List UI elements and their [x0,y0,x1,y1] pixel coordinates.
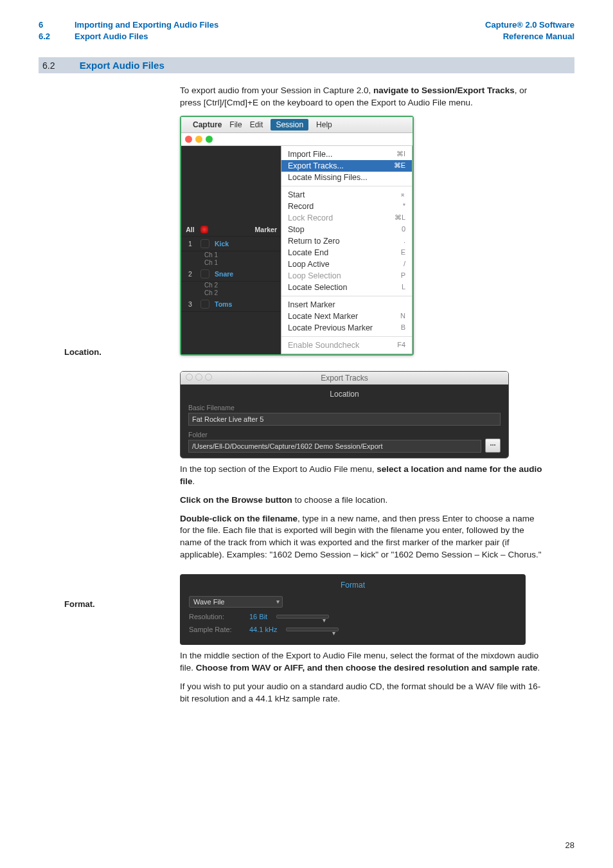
section-number: 6.2 [39,31,75,42]
track-channel: Ch 1 [204,251,281,259]
track-channel: Ch 2 [204,289,281,297]
menu-item[interactable]: Locate Next MarkerN [281,311,412,322]
basic-filename-input[interactable]: Fat Rocker Live after 5 [188,413,501,426]
section-heading-bar: 6.2 Export Audio Files [39,57,574,73]
track-channel: Ch 1 [204,259,281,267]
page-header: 6 6.2 Importing and Exporting Audio File… [39,19,574,42]
basic-filename-label: Basic Filename [188,404,501,411]
side-label-location: Location. [64,347,102,357]
track-row[interactable]: 2 Snare [181,267,281,282]
chapter-title: Importing and Exporting Audio Files [75,19,218,31]
menu-item[interactable]: Import File...⌘I [281,149,412,160]
menu-item[interactable]: Return to Zero. [281,235,412,247]
record-arm-icon[interactable] [200,226,208,233]
section-title-header: Export Audio Files [75,31,218,42]
menu-item: Lock Record⌘L [281,212,412,224]
menu-item[interactable]: Locate Previous MarkerB [281,322,412,334]
close-icon[interactable] [185,136,192,143]
resolution-label: Resolution: [189,613,240,620]
track-number: 1 [185,240,195,248]
track-number: 2 [185,270,195,278]
format-paragraph-2: If you wish to put your audio on a stand… [180,681,546,705]
track-row[interactable]: 1 Kick [181,237,281,251]
track-channel: Ch 2 [204,282,281,289]
menu-item: Enable SoundcheckF4 [281,339,412,351]
track-name: Snare [215,270,233,278]
mac-menu-bar: Capture File Edit Session Help [181,117,413,133]
folder-label: Folder [188,431,501,439]
track-list-panel: All Marker 1 Kick Ch 1 [181,146,281,354]
resolution-select[interactable] [276,615,329,619]
track-name: Toms [215,300,232,308]
track-all-label: All [185,226,195,233]
record-arm-icon[interactable] [200,300,209,309]
sample-rate-select[interactable] [286,628,339,631]
record-arm-icon[interactable] [200,239,209,248]
marker-label: Marker [255,226,277,233]
panel-heading-location: Location [188,390,501,399]
intro-text: To export audio from your Session in Cap… [180,86,373,95]
chapter-number: 6 [39,19,75,31]
section-heading-number: 6.2 [42,60,77,71]
product-title: Capture® 2.0 Software [485,19,574,31]
intro-paragraph: To export audio from your Session in Cap… [180,85,546,109]
minimize-icon[interactable] [195,136,202,143]
doc-type: Reference Manual [485,31,574,42]
export-location-panel: Export Tracks Location Basic Filename Fa… [180,371,509,458]
menu-item[interactable]: Locate SelectionL [281,282,412,293]
track-row-all[interactable]: All Marker [181,223,281,237]
menu-item[interactable]: Loop Active/ [281,258,412,270]
location-paragraph-3: Double-click on the filename, type in a … [180,513,546,562]
menu-item[interactable]: Locate EndE [281,247,412,258]
header-left: 6 6.2 Importing and Exporting Audio File… [39,19,218,42]
sample-rate-label: Sample Rate: [189,626,240,633]
track-name: Kick [215,240,229,248]
location-paragraph-1: In the top section of the Export to Audi… [180,464,546,488]
track-row[interactable]: 3 Toms [181,297,281,312]
menu-item[interactable]: Stop0 [281,224,412,235]
folder-path-input[interactable]: /Users/Ell-D/Documents/Capture/1602 Demo… [188,440,481,453]
sample-rate-value: 44.1 kHz [249,626,277,633]
menu-item[interactable]: Locate Missing Files... [281,172,412,183]
format-paragraph-1: In the middle section of the Export to A… [180,650,546,674]
window-traffic-lights [181,133,413,146]
session-dropdown: Import File...⌘IExport Tracks...⌘ELocate… [281,146,413,354]
header-right: Capture® 2.0 Software Reference Manual [485,19,574,42]
menu-item: Loop SelectionP [281,270,412,282]
session-menu-screenshot: Capture File Edit Session Help All [180,116,414,356]
section-heading-title: Export Audio Files [80,60,164,71]
menu-item[interactable]: Record* [281,201,412,212]
window-title: Export Tracks [321,374,368,383]
menu-item[interactable]: Export Tracks...⌘E [281,160,412,172]
location-paragraph-2: Click on the Browse button to choose a f… [180,494,546,507]
record-arm-icon[interactable] [200,269,209,278]
menu-session[interactable]: Session [271,119,308,131]
browse-button[interactable]: ... [485,439,501,453]
menu-app[interactable]: Capture [193,120,222,129]
file-type-select[interactable]: Wave File [189,596,283,608]
menu-item[interactable]: Insert Marker [281,299,412,311]
menu-edit[interactable]: Edit [250,120,263,129]
track-number: 3 [185,300,195,308]
menu-item[interactable]: Start⌅ [281,189,412,201]
intro-bold-nav: navigate to Session/Export Tracks [373,86,515,95]
panel-heading-format: Format [189,581,517,590]
side-label-format: Format. [64,599,95,609]
window-titlebar: Export Tracks [181,372,508,384]
menu-file[interactable]: File [229,120,242,129]
menu-help[interactable]: Help [316,120,332,129]
export-format-panel: Format Wave File Resolution: 16 Bit Samp… [180,574,526,645]
zoom-icon[interactable] [206,136,213,143]
resolution-value: 16 Bit [249,613,267,620]
page-number: 28 [565,840,574,850]
